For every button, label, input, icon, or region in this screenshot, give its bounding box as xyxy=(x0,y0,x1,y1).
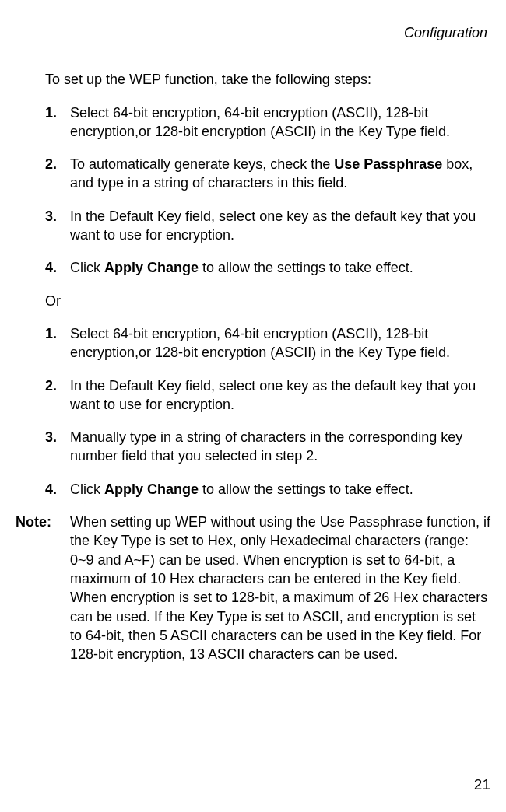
list-number: 2. xyxy=(45,155,70,193)
ordered-list-1: 1. Select 64-bit encryption, 64-bit encr… xyxy=(45,103,490,278)
note-label: Note: xyxy=(16,513,70,663)
list-number: 1. xyxy=(45,324,70,362)
list-item: 1. Select 64-bit encryption, 64-bit encr… xyxy=(45,103,490,142)
list-text: To automatically generate keys, check th… xyxy=(70,155,490,193)
list-text: Click Apply Change to allow the settings… xyxy=(70,258,490,277)
list-number: 2. xyxy=(45,376,70,415)
list-number: 1. xyxy=(45,103,70,142)
list-text: Select 64-bit encryption, 64-bit encrypt… xyxy=(70,324,490,362)
note-text: When setting up WEP without using the Us… xyxy=(70,513,490,663)
list-text: Select 64-bit encryption, 64-bit encrypt… xyxy=(70,103,490,142)
list-text: Manually type in a string of characters … xyxy=(70,428,490,466)
list-text: In the Default Key field, select one key… xyxy=(70,376,490,415)
section-header: Configuration xyxy=(16,23,490,42)
list-text: Click Apply Change to allow the settings… xyxy=(70,480,490,499)
list-item: 3. In the Default Key field, select one … xyxy=(45,207,490,245)
list-item: 2. In the Default Key field, select one … xyxy=(45,376,490,415)
list-text: In the Default Key field, select one key… xyxy=(70,207,490,245)
intro-text: To set up the WEP function, take the fol… xyxy=(45,70,490,89)
list-number: 4. xyxy=(45,258,70,277)
list-number: 3. xyxy=(45,428,70,466)
list-item: 2. To automatically generate keys, check… xyxy=(45,155,490,193)
list-item: 3. Manually type in a string of characte… xyxy=(45,428,490,466)
list-number: 4. xyxy=(45,480,70,499)
list-number: 3. xyxy=(45,207,70,245)
list-item: 1. Select 64-bit encryption, 64-bit encr… xyxy=(45,324,490,362)
list-item: 4. Click Apply Change to allow the setti… xyxy=(45,258,490,277)
list-item: 4. Click Apply Change to allow the setti… xyxy=(45,480,490,499)
or-separator: Or xyxy=(45,292,490,310)
note-block: Note: When setting up WEP without using … xyxy=(16,513,490,663)
ordered-list-2: 1. Select 64-bit encryption, 64-bit encr… xyxy=(45,324,490,499)
page-number: 21 xyxy=(474,775,490,795)
